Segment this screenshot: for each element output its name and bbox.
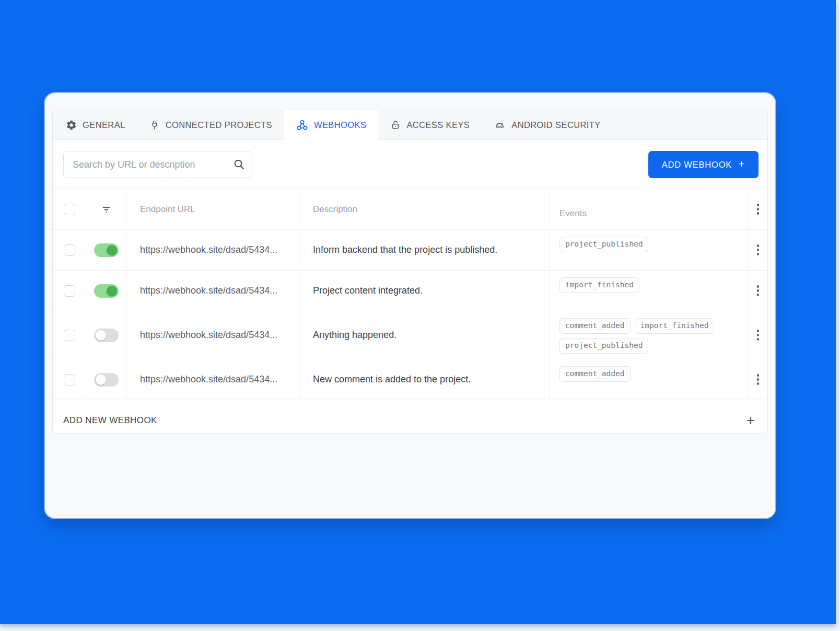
lock-open-icon bbox=[390, 120, 401, 131]
gear-icon bbox=[66, 120, 77, 131]
events-cell: comment_added bbox=[550, 359, 748, 400]
toggle-knob bbox=[107, 286, 117, 296]
events-cell: comment_addedimport_finishedproject_publ… bbox=[550, 311, 748, 359]
desktop-background: GENERAL CONNECTED PROJECTS WEBHOOKS ACCE… bbox=[0, 0, 836, 624]
row-checkbox[interactable] bbox=[64, 330, 75, 341]
endpoint-url-text: https://webhook.site/dsad/5434... bbox=[140, 285, 277, 296]
column-header-description: Description bbox=[313, 204, 357, 215]
endpoint-url-text: https://webhook.site/dsad/5434... bbox=[140, 244, 277, 255]
add-new-webhook-row[interactable]: ADD NEW WEBHOOK + bbox=[53, 400, 767, 434]
events-cell: import_finished bbox=[550, 271, 748, 311]
toggle-knob bbox=[107, 245, 117, 255]
tab-connected-projects[interactable]: CONNECTED PROJECTS bbox=[137, 110, 284, 139]
table-body: https://webhook.site/dsad/5434... Inform… bbox=[53, 230, 767, 400]
enabled-toggle[interactable] bbox=[94, 329, 119, 342]
table-row: https://webhook.site/dsad/5434... Anythi… bbox=[53, 311, 767, 359]
event-chip: import_finished bbox=[559, 277, 639, 293]
webhooks-panel: GENERAL CONNECTED PROJECTS WEBHOOKS ACCE… bbox=[52, 110, 768, 434]
toolbar: ADD WEBHOOK + bbox=[53, 140, 767, 189]
search-icon[interactable] bbox=[233, 158, 246, 171]
row-menu-kebab-icon[interactable] bbox=[754, 241, 763, 259]
row-checkbox[interactable] bbox=[64, 285, 75, 297]
event-chip: import_finished bbox=[635, 318, 715, 334]
tab-general[interactable]: GENERAL bbox=[54, 110, 137, 139]
enabled-toggle[interactable] bbox=[94, 243, 119, 257]
plus-icon: + bbox=[746, 413, 755, 428]
tab-access-keys[interactable]: ACCESS KEYS bbox=[378, 110, 482, 139]
enabled-toggle[interactable] bbox=[94, 373, 119, 387]
table-row: https://webhook.site/dsad/5434... Inform… bbox=[53, 230, 767, 271]
tab-webhooks[interactable]: WEBHOOKS bbox=[284, 110, 378, 140]
tab-android-security[interactable]: ANDROID SECURITY bbox=[482, 110, 613, 139]
add-webhook-button[interactable]: ADD WEBHOOK + bbox=[648, 151, 759, 178]
settings-card: GENERAL CONNECTED PROJECTS WEBHOOKS ACCE… bbox=[45, 93, 775, 518]
endpoint-url-text: https://webhook.site/dsad/5434... bbox=[140, 330, 277, 341]
event-chip: comment_added bbox=[559, 366, 631, 382]
event-chip: project_published bbox=[559, 338, 648, 354]
select-all-checkbox[interactable] bbox=[64, 204, 75, 215]
tab-label: GENERAL bbox=[83, 120, 125, 130]
search-box bbox=[63, 151, 252, 178]
add-new-webhook-label: ADD NEW WEBHOOK bbox=[63, 415, 157, 426]
row-menu-kebab-icon[interactable] bbox=[754, 371, 763, 388]
endpoint-url-text: https://webhook.site/dsad/5434... bbox=[140, 374, 277, 385]
add-webhook-label: ADD WEBHOOK bbox=[662, 160, 732, 170]
row-checkbox[interactable] bbox=[64, 244, 75, 256]
toggle-knob bbox=[96, 330, 106, 341]
row-menu-kebab-icon[interactable] bbox=[754, 326, 763, 344]
description-text: Project content integrated. bbox=[313, 285, 423, 296]
row-checkbox[interactable] bbox=[64, 374, 75, 385]
column-header-events: Events bbox=[559, 196, 587, 219]
description-text: Anything happened. bbox=[313, 330, 396, 341]
webhook-icon bbox=[296, 119, 308, 131]
android-icon bbox=[494, 119, 506, 131]
tab-label: ANDROID SECURITY bbox=[511, 120, 601, 130]
webhooks-table: Endpoint URL Description Events https://… bbox=[53, 189, 767, 434]
plus-icon: + bbox=[738, 158, 745, 170]
table-menu-kebab-icon[interactable] bbox=[754, 201, 763, 218]
description-text: New comment is added to the project. bbox=[313, 374, 471, 385]
toggle-knob bbox=[96, 375, 106, 385]
tab-label: WEBHOOKS bbox=[314, 120, 366, 130]
event-chip: project_published bbox=[559, 237, 648, 252]
description-text: Inform backend that the project is publi… bbox=[313, 244, 497, 255]
row-menu-kebab-icon[interactable] bbox=[754, 282, 763, 299]
tab-label: ACCESS KEYS bbox=[406, 120, 470, 130]
search-input[interactable] bbox=[63, 151, 252, 178]
plug-icon bbox=[149, 120, 160, 131]
events-cell: project_published bbox=[550, 230, 748, 270]
enabled-toggle[interactable] bbox=[94, 284, 119, 298]
tab-label: CONNECTED PROJECTS bbox=[166, 120, 272, 130]
tab-bar: GENERAL CONNECTED PROJECTS WEBHOOKS ACCE… bbox=[53, 110, 767, 140]
table-row: https://webhook.site/dsad/5434... New co… bbox=[53, 359, 767, 400]
table-header-row: Endpoint URL Description Events bbox=[53, 189, 767, 230]
table-row: https://webhook.site/dsad/5434... Projec… bbox=[53, 271, 767, 311]
event-chip: comment_added bbox=[559, 318, 631, 334]
filter-icon[interactable] bbox=[101, 204, 112, 215]
column-header-endpoint-url: Endpoint URL bbox=[140, 204, 195, 215]
